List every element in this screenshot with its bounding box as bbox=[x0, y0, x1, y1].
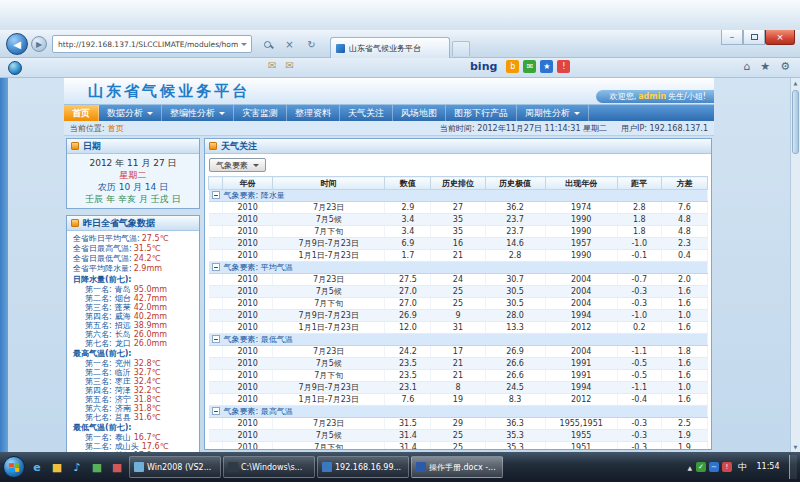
forward-button[interactable]: ▶ bbox=[31, 36, 47, 52]
back-button[interactable]: ◀ bbox=[6, 33, 28, 55]
taskbar-button-1[interactable]: C:\Windows\s... bbox=[223, 456, 315, 478]
bing-logo[interactable]: bing bbox=[470, 60, 497, 73]
cell-history-extreme: 26.6 bbox=[485, 370, 545, 382]
start-button[interactable] bbox=[3, 456, 25, 478]
cell-time: 7月23日 bbox=[273, 202, 385, 214]
rank-value: 16.7℃ bbox=[134, 433, 161, 442]
cell-anomaly: 1.8 bbox=[617, 214, 661, 226]
browser-tab[interactable]: 山东省气候业务平台 bbox=[330, 37, 450, 58]
close-button[interactable]: × bbox=[765, 30, 795, 45]
mail-tool-icon[interactable]: ✉ bbox=[523, 60, 536, 73]
tools-button[interactable]: ⚙ bbox=[780, 60, 790, 73]
stat-label: 全省日最高气温: bbox=[73, 244, 132, 253]
scrollbar-thumb[interactable] bbox=[792, 90, 799, 154]
cell-history-rank: 25 bbox=[431, 442, 485, 451]
weekday: 星期二 bbox=[67, 169, 199, 181]
maximize-button[interactable] bbox=[743, 30, 765, 45]
collapse-icon[interactable] bbox=[212, 191, 220, 199]
collapse-icon[interactable] bbox=[212, 407, 220, 415]
show-desktop-button[interactable] bbox=[789, 455, 797, 479]
cell-value: 27.5 bbox=[385, 274, 431, 286]
nav-item-5[interactable]: 天气关注 bbox=[340, 105, 393, 121]
new-tab-button[interactable] bbox=[452, 41, 470, 56]
table-row: 20107月9日-7月23日6.91614.61957-1.02.3 bbox=[209, 238, 708, 250]
tray-expand-icon[interactable]: ▲ bbox=[687, 464, 692, 471]
table-row: 20107月9日-7月23日26.9928.01994-1.01.0 bbox=[209, 310, 708, 322]
section-header-row: 气象要素: 最高气温 bbox=[209, 406, 708, 418]
app-icon bbox=[228, 462, 238, 472]
vertical-scrollbar[interactable]: ▲ ▼ bbox=[790, 78, 800, 452]
nav-item-6[interactable]: 风场地图 bbox=[393, 105, 446, 121]
nav-item-7[interactable]: 图形下行产品 bbox=[446, 105, 517, 121]
taskbar-button-3[interactable]: 操作手册.docx -... bbox=[411, 456, 503, 478]
nav-item-1[interactable]: 数据分析 bbox=[99, 105, 162, 121]
scroll-down-icon[interactable]: ▼ bbox=[791, 442, 800, 452]
cell-value: 31.4 bbox=[385, 442, 431, 451]
cell-occurrence-year: 2012 bbox=[545, 394, 617, 406]
bing-search-icon[interactable]: b bbox=[506, 60, 519, 73]
weather-stat: 全省平均降水量:2.9mm bbox=[73, 264, 197, 274]
element-filter-button[interactable]: 气象要素 bbox=[209, 158, 266, 172]
collapse-icon[interactable] bbox=[212, 335, 220, 343]
cell-occurrence-year: 1957 bbox=[545, 238, 617, 250]
cell-anomaly: -0.3 bbox=[617, 418, 661, 430]
weather-focus-icon bbox=[209, 142, 217, 150]
mail-icon[interactable]: ✉ bbox=[268, 60, 276, 71]
station-name: 成山头 bbox=[115, 442, 139, 451]
nav-item-0[interactable]: 首页 bbox=[64, 105, 99, 121]
lunar-date: 农历 10 月 14 日 bbox=[67, 181, 199, 193]
taskbar-clock[interactable]: 11:54 bbox=[753, 462, 783, 472]
explorer-icon[interactable]: ■ bbox=[48, 457, 66, 477]
alert-icon[interactable]: ! bbox=[722, 462, 732, 472]
cell-history-rank: 25 bbox=[431, 286, 485, 298]
cell-year: 2010 bbox=[223, 298, 273, 310]
cell-history-rank: 21 bbox=[431, 358, 485, 370]
home-button[interactable]: ⌂ bbox=[743, 60, 750, 73]
chevron-down-icon[interactable] bbox=[241, 43, 247, 49]
weather-panel: 昨日全省气象数据 全省昨日平均气温:27.5℃全省日最高气温:31.5℃全省日最… bbox=[66, 215, 200, 452]
safety-icon[interactable]: ✓ bbox=[696, 462, 706, 472]
app-red-icon[interactable]: ■ bbox=[108, 457, 126, 477]
cell-variance: 1.6 bbox=[661, 298, 707, 310]
taskbar-button-2[interactable]: 192.168.16.99... bbox=[317, 456, 409, 478]
stat-label: 全省昨日平均气温: bbox=[73, 234, 140, 243]
ie-icon[interactable]: e bbox=[28, 457, 46, 477]
cell-year: 2010 bbox=[223, 310, 273, 322]
ranking-item: 第二名:烟台42.7mm bbox=[73, 294, 197, 303]
cell-history-extreme: 2.8 bbox=[485, 250, 545, 262]
taskbar-buttons: Win2008 (VS2...C:\Windows\s...192.168.16… bbox=[129, 456, 503, 478]
favorites-button[interactable]: ★ bbox=[760, 60, 770, 73]
nav-item-2[interactable]: 整编性分析 bbox=[162, 105, 234, 121]
table-row: 20107月23日24.21726.92004-1.11.8 bbox=[209, 346, 708, 358]
cell-year: 2010 bbox=[223, 418, 273, 430]
alert-tool-icon[interactable]: ! bbox=[557, 60, 570, 73]
table-row: 20101月1日-7月23日1.7212.81990-0.10.4 bbox=[209, 250, 708, 262]
nav-item-4[interactable]: 整理资料 bbox=[287, 105, 340, 121]
refresh-button[interactable]: ↻ bbox=[304, 36, 319, 52]
minimize-button[interactable]: – bbox=[721, 30, 743, 45]
scroll-up-icon[interactable]: ▲ bbox=[791, 78, 800, 88]
rank-value: 31.6℃ bbox=[134, 413, 161, 422]
network-icon[interactable]: ~ bbox=[709, 462, 719, 472]
taskbar-button-label: C:\Windows\s... bbox=[241, 463, 302, 472]
round-app-icon[interactable] bbox=[8, 61, 22, 75]
language-indicator[interactable]: 中 bbox=[736, 461, 749, 474]
cell-occurrence-year: 1994 bbox=[545, 382, 617, 394]
taskbar-button-0[interactable]: Win2008 (VS2... bbox=[129, 456, 221, 478]
user-ip: 用户IP: 192.168.137.1 bbox=[621, 123, 708, 134]
cell-history-rank: 35 bbox=[431, 214, 485, 226]
app-green-icon[interactable]: ■ bbox=[88, 457, 106, 477]
search-icon[interactable] bbox=[260, 36, 275, 52]
collapse-icon[interactable] bbox=[212, 263, 220, 271]
mail-icon[interactable]: ✉ bbox=[285, 60, 293, 71]
nav-item-8[interactable]: 周期性分析 bbox=[517, 105, 589, 121]
station-name: 兖州 bbox=[115, 359, 131, 368]
favorites-tool-icon[interactable]: ★ bbox=[540, 60, 553, 73]
stop-button[interactable]: × bbox=[282, 36, 297, 52]
media-player-icon[interactable]: ♪ bbox=[68, 457, 86, 477]
url-text[interactable]: http://192.168.137.1/SLCCLIMATE/modules/… bbox=[58, 40, 238, 49]
breadcrumb-value[interactable]: 首页 bbox=[108, 124, 124, 133]
address-bar[interactable]: http://192.168.137.1/SLCCLIMATE/modules/… bbox=[52, 35, 252, 53]
cell-anomaly: -0.3 bbox=[617, 298, 661, 310]
nav-item-3[interactable]: 灾害监测 bbox=[234, 105, 287, 121]
